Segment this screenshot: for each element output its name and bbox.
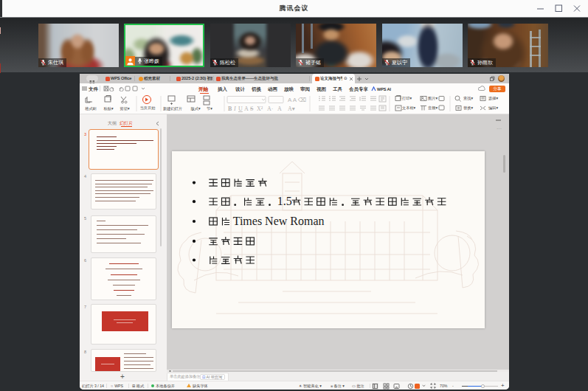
svg-text:A A ⌫: A A ⌫ xyxy=(288,97,306,103)
svg-text:A▾: A▾ xyxy=(288,105,295,112)
svg-text:1.5: 1.5 xyxy=(277,195,292,207)
svg-text:A: A xyxy=(277,105,282,112)
svg-text:U: U xyxy=(238,105,243,112)
svg-text:A: A xyxy=(244,105,249,112)
svg-text:Times New Roman: Times New Roman xyxy=(233,215,325,227)
svg-text:I: I xyxy=(233,105,236,112)
svg-text:B: B xyxy=(228,105,232,112)
svg-text:X²: X² xyxy=(257,105,263,112)
svg-text:S: S xyxy=(250,105,253,112)
svg-text:A·: A· xyxy=(267,105,273,112)
